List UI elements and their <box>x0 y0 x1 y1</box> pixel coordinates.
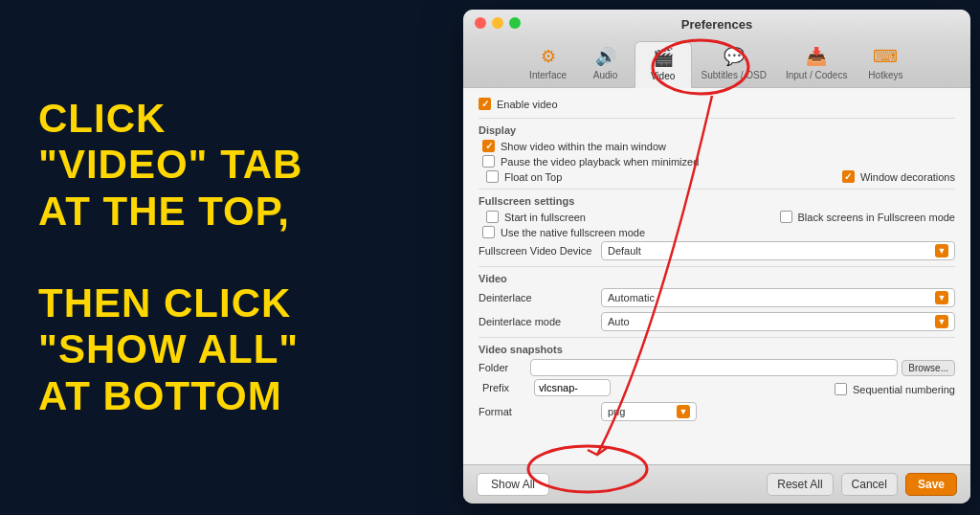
instruction-line5: THEN CLICK <box>38 280 291 325</box>
format-row: Format png ▼ <box>479 402 955 421</box>
cancel-button[interactable]: Cancel <box>841 473 898 496</box>
prefs-content: Enable video Display Show video within t… <box>463 88 970 464</box>
instruction-line7: AT BOTTOM <box>38 373 282 418</box>
black-screens-checkbox[interactable] <box>780 211 792 223</box>
folder-input[interactable] <box>530 359 898 376</box>
pause-video-checkbox[interactable] <box>482 155 495 168</box>
fullscreen-device-arrow: ▼ <box>935 244 948 258</box>
deinterlace-arrow: ▼ <box>935 291 948 304</box>
show-all-button[interactable]: Show All <box>477 473 549 496</box>
enable-video-row: Enable video <box>479 98 955 110</box>
preferences-window: Preferences ⚙ Interface 🔊 Audio 🎬 Video … <box>463 10 970 504</box>
tab-video[interactable]: 🎬 Video <box>635 41 692 88</box>
fullscreen-device-dropdown[interactable]: Default ▼ <box>601 241 955 260</box>
reset-all-button[interactable]: Reset All <box>767 473 833 496</box>
tab-audio-label: Audio <box>593 70 618 80</box>
native-fullscreen-label: Use the native fullscreen mode <box>501 227 645 238</box>
enable-video-checkbox[interactable] <box>479 98 491 110</box>
float-on-top-label: Float on Top <box>504 171 562 183</box>
snapshot-options-row: Prefix Sequential numbering <box>479 379 955 399</box>
pause-video-label: Pause the video playback when minimized <box>501 156 699 168</box>
display-options-row: Float on Top Window decorations <box>479 170 955 183</box>
black-screens-row: Black screens in Fullscreen mode <box>776 211 955 223</box>
bottom-right-buttons: Reset All Cancel Save <box>767 473 957 496</box>
save-button[interactable]: Save <box>905 473 957 496</box>
instruction-line1: CLICK <box>38 96 166 141</box>
deinterlace-mode-dropdown[interactable]: Auto ▼ <box>601 312 955 331</box>
divider-3 <box>479 266 955 267</box>
format-dropdown[interactable]: png ▼ <box>601 402 697 421</box>
enable-video-label: Enable video <box>497 99 558 110</box>
divider-4 <box>479 337 955 338</box>
instruction-panel: CLICK "VIDEO" TAB AT THE TOP, THEN CLICK… <box>0 0 440 515</box>
window-decorations-row: Window decorations <box>838 170 955 183</box>
display-section-label: Display <box>479 124 955 136</box>
float-on-top-checkbox[interactable] <box>486 170 499 183</box>
show-video-label: Show video within the main window <box>501 141 666 152</box>
format-label: Format <box>479 406 593 417</box>
tab-hotkeys[interactable]: ⌨ Hotkeys <box>857 41 914 87</box>
deinterlace-row: Deinterlace Automatic ▼ <box>479 288 955 307</box>
instruction-line6: "SHOW ALL" <box>38 326 299 371</box>
black-screens-label: Black screens in Fullscreen mode <box>798 212 955 223</box>
tab-hotkeys-label: Hotkeys <box>868 70 902 80</box>
window-decorations-label: Window decorations <box>860 171 955 183</box>
input-tab-icon: 📥 <box>805 45 828 68</box>
minimize-button[interactable] <box>492 17 503 29</box>
native-fullscreen-checkbox[interactable] <box>482 226 495 238</box>
prefix-row: Prefix <box>482 379 611 396</box>
snapshots-section-label: Video snapshots <box>479 344 955 355</box>
prefix-label: Prefix <box>482 382 530 393</box>
window-decorations-checkbox[interactable] <box>842 170 855 183</box>
window-title: Preferences <box>475 17 959 32</box>
deinterlace-value: Automatic <box>608 292 655 303</box>
fullscreen-section-label: Fullscreen settings <box>479 195 955 207</box>
instruction-line3: AT THE TOP, <box>38 189 290 234</box>
tab-interface[interactable]: ⚙ Interface <box>520 41 577 87</box>
sequential-row: Sequential numbering <box>831 379 955 399</box>
tab-audio[interactable]: 🔊 Audio <box>577 41 635 87</box>
fullscreen-device-row: Fullscreen Video Device Default ▼ <box>479 241 955 260</box>
divider-2 <box>479 189 955 190</box>
divider-1 <box>479 118 955 119</box>
prefix-input[interactable] <box>534 379 611 396</box>
float-on-top-row: Float on Top <box>482 170 562 183</box>
maximize-button[interactable] <box>509 17 521 29</box>
start-fullscreen-label: Start in fullscreen <box>504 212 586 223</box>
pause-video-row: Pause the video playback when minimized <box>479 155 955 168</box>
audio-tab-icon: 🔊 <box>594 45 617 68</box>
interface-tab-icon: ⚙ <box>537 45 560 68</box>
hotkeys-tab-icon: ⌨ <box>874 45 897 68</box>
tab-input-label: Input / Codecs <box>786 70 847 80</box>
show-video-checkbox[interactable] <box>482 140 495 152</box>
fullscreen-device-value: Default <box>608 245 641 257</box>
deinterlace-mode-label: Deinterlace mode <box>479 316 593 327</box>
folder-label: Folder <box>479 362 526 373</box>
tab-interface-label: Interface <box>529 70 567 80</box>
bottom-bar: Show All Reset All Cancel Save <box>463 464 970 504</box>
tab-video-label: Video <box>651 71 675 81</box>
tab-subtitles-label: Subtitles / OSD <box>702 70 767 80</box>
subtitles-tab-icon: 💬 <box>723 45 746 68</box>
fullscreen-options-row: Start in fullscreen Black screens in Ful… <box>479 211 955 223</box>
show-video-row: Show video within the main window <box>479 140 955 152</box>
format-arrow: ▼ <box>677 405 690 418</box>
deinterlace-mode-value: Auto <box>608 316 630 327</box>
video-section-label: Video <box>479 273 955 284</box>
start-fullscreen-checkbox[interactable] <box>486 211 499 223</box>
format-value: png <box>608 406 625 417</box>
sequential-checkbox[interactable] <box>835 383 847 395</box>
close-button[interactable] <box>475 17 486 29</box>
native-fullscreen-row: Use the native fullscreen mode <box>479 226 955 238</box>
folder-row: Folder Browse... <box>479 359 955 376</box>
deinterlace-label: Deinterlace <box>479 292 593 303</box>
browse-button[interactable]: Browse... <box>902 360 955 376</box>
video-tab-icon: 🎬 <box>652 46 675 69</box>
deinterlace-mode-row: Deinterlace mode Auto ▼ <box>479 312 955 331</box>
deinterlace-dropdown[interactable]: Automatic ▼ <box>601 288 955 307</box>
tab-input[interactable]: 📥 Input / Codecs <box>776 41 857 87</box>
title-bar: Preferences <box>463 10 970 37</box>
tab-bar: ⚙ Interface 🔊 Audio 🎬 Video 💬 Subtitles … <box>463 37 970 88</box>
start-fullscreen-row: Start in fullscreen <box>482 211 586 223</box>
tab-subtitles[interactable]: 💬 Subtitles / OSD <box>692 41 776 87</box>
